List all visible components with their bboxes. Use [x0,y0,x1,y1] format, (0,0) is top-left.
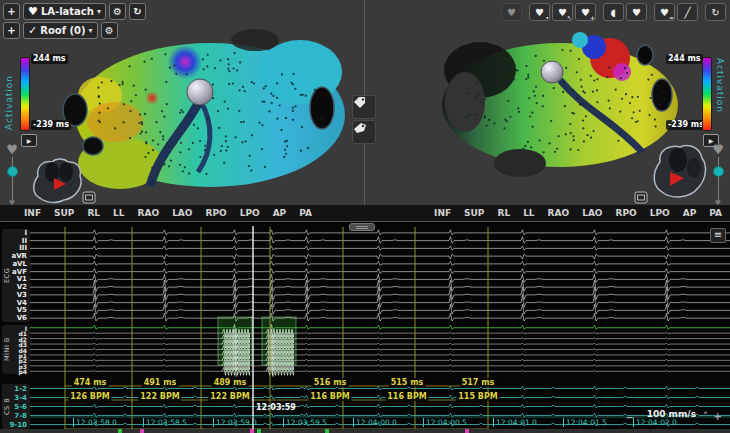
orientation-rpo[interactable]: RPO [616,208,637,218]
snapshot-icon-right[interactable] [635,192,647,203]
activation-map-left[interactable] [63,29,345,189]
timeline-tick: 12:03:58.5 [143,418,187,427]
slider-thumb[interactable] [713,166,724,177]
zoom-in-icon[interactable]: + [714,412,722,422]
map-refresh-button[interactable]: ↻ [129,3,146,20]
activation-scale-label-right: Activation [715,58,725,130]
propagation-play-button-left[interactable]: ▶ [21,134,37,147]
catheter-tip-sphere-left[interactable] [187,79,213,105]
orientation-ap[interactable]: AP [273,208,287,218]
timeline-tick: 12:04:02.0 [633,418,677,427]
caret-down-icon: ▾ [89,26,93,35]
snapshot-icon-left[interactable] [83,192,95,203]
orientation-pa[interactable]: PA [709,208,722,218]
map-menu-row: + ♥ LA-latach ▾ ⚙ ↻ [3,3,146,20]
heart-mesh-icon[interactable]: ♥≈ [654,3,675,21]
surface-opacity-slider-left[interactable]: ♥ ♥ [5,144,19,206]
map-tag-button-2[interactable] [352,120,376,144]
orientation-ll[interactable]: LL [113,208,124,218]
group-name: ECG [2,229,11,322]
surface-opacity-slider-right[interactable]: ♥ ♥ [711,144,725,206]
map-viewports: + ♥ LA-latach ▾ ⚙ ↻ + ✓ Roof (0) ▾ ⚙ ♥♥•… [0,0,730,221]
activation-scale-label-left: Activation [4,58,14,130]
heart-catheter-icon[interactable]: ♥↖ [552,3,573,21]
orientation-sup[interactable]: SUP [54,208,74,218]
orientation-lpo[interactable]: LPO [240,208,260,218]
timeline-tick: 12:04:01.5 [563,418,607,427]
heart-solid-icon[interactable]: ♥ [626,3,647,21]
interval-bpm: 116 BPM [308,392,351,401]
map-selector[interactable]: ♥ LA-latach ▾ [23,3,106,20]
orientation-ap[interactable]: AP [683,208,697,218]
channel-group-cs-b: CS B1-23-45-67-89-10 [2,384,30,429]
map-tag-button-1[interactable] [352,95,376,119]
activation-color-scale-right[interactable] [702,57,712,131]
surface-selector[interactable]: ✓ Roof (0) ▾ [23,22,98,39]
orientation-sup[interactable]: SUP [464,208,484,218]
event-marker [325,429,329,433]
heart-edit-icon[interactable]: ♥+ [575,3,596,21]
heart-ghost-icon[interactable]: ♥ [501,3,522,21]
channel-label-1-2[interactable]: 1-2 [14,385,27,393]
orientation-inf[interactable]: INF [434,208,451,218]
torso-orientation-icon-left[interactable] [34,159,81,202]
interval-ms: 516 ms [312,378,349,387]
pen-icon[interactable]: ╱ [677,3,698,21]
add-map-button[interactable]: + [3,3,20,20]
surface-settings-button[interactable]: ⚙ [101,22,118,39]
collapse-icon[interactable]: ˄ [703,412,708,422]
slider-thumb[interactable] [7,166,18,177]
orientation-rao[interactable]: RAO [548,208,570,218]
heart-icon: ♥ [28,5,38,18]
activation-map-right[interactable] [442,32,678,177]
orientation-rao[interactable]: RAO [138,208,160,218]
scale-max-left: 244 ms [31,54,68,64]
event-marker [140,429,144,433]
surface-menu-row: + ✓ Roof (0) ▾ ⚙ [3,22,118,39]
orientation-pa[interactable]: PA [299,208,312,218]
interval-ms: 515 ms [389,378,426,387]
scale-max-right: 244 ms [666,54,703,64]
torso-orientation-icon-right[interactable] [654,146,705,197]
gear-icon: ⚙ [113,6,122,17]
orientation-rl[interactable]: RL [497,208,510,218]
heart-icon: ♥ [711,144,725,156]
map-name: LA-latach [41,6,94,17]
orientation-lpo[interactable]: LPO [650,208,670,218]
zoom-out-icon[interactable]: − [626,413,634,423]
catheter-tip-sphere-right[interactable] [541,61,563,83]
channel-label-v6[interactable]: V6 [17,314,27,322]
channel-label-p4[interactable]: p4 [19,368,27,375]
add-surface-button[interactable]: + [3,22,20,39]
channel-label-3-4[interactable]: 3-4 [14,394,27,402]
heart-half-icon[interactable]: ◖ [603,3,624,21]
interval-bpm: 115 BPM [456,392,499,401]
surface-name: Roof (0) [40,25,85,36]
rotate-hand-icon[interactable]: ↻ [705,3,726,21]
event-marker [250,429,254,433]
event-marker-strip[interactable] [0,429,730,433]
orientation-inf[interactable]: INF [24,208,41,218]
timeline-tick: 12:03:59.0 [213,418,257,427]
mapping-system-window: + ♥ LA-latach ▾ ⚙ ↻ + ✓ Roof (0) ▾ ⚙ ♥♥•… [0,0,730,433]
orientation-lao[interactable]: LAO [582,208,602,218]
interval-bpm: 116 BPM [385,392,428,401]
orientation-ll[interactable]: LL [523,208,534,218]
activation-color-scale-left[interactable] [20,57,30,131]
signal-scrollbar-thumb[interactable] [349,223,375,231]
heart-points-icon[interactable]: ♥• [529,3,550,21]
interval-ms: 491 ms [142,378,179,387]
timeline-tick: 12:03:58.0 [73,418,117,427]
channel-label-5-6[interactable]: 5-6 [14,403,27,411]
map-settings-button[interactable]: ⚙ [109,3,126,20]
orientation-rpo[interactable]: RPO [205,208,226,218]
scale-min-left: -239 ms [31,120,71,130]
orientation-strip: INFSUPRLLLRAOLAORPOLPOAPPA INFSUPRLLLRAO… [0,205,730,221]
channel-label-9-10[interactable]: 9-10 [9,421,27,429]
orientation-rl[interactable]: RL [87,208,100,218]
orientation-buttons-right: INFSUPRLLLRAOLAORPOLPOAPPA [434,208,730,218]
signal-menu-icon[interactable]: ≡ [710,228,726,243]
orientation-lao[interactable]: LAO [172,208,192,218]
cursor-timestamp: 12:03:59 [256,403,296,412]
channel-label-7-8[interactable]: 7-8 [14,412,27,420]
